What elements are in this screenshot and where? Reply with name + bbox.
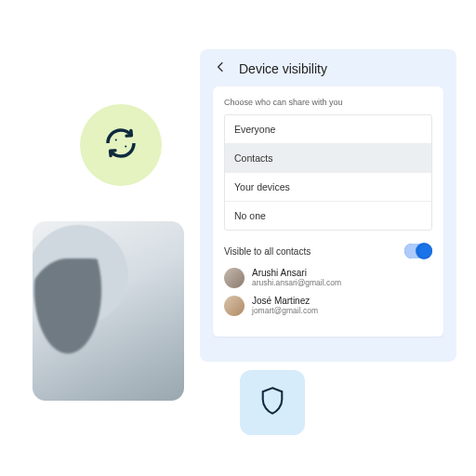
lifestyle-photo xyxy=(33,221,184,401)
visibility-card: Choose who can share with you Everyone C… xyxy=(213,86,443,337)
shield-icon xyxy=(259,386,285,419)
arrow-left-icon xyxy=(214,60,229,78)
svg-point-0 xyxy=(115,139,117,140)
swap-badge xyxy=(80,104,162,186)
visible-to-all-toggle[interactable] xyxy=(404,244,432,258)
panel-header: Device visibility xyxy=(213,60,443,77)
contact-email: arushi.ansari@gmail.com xyxy=(252,279,341,288)
page-title: Device visibility xyxy=(239,61,327,76)
option-everyone[interactable]: Everyone xyxy=(225,115,431,144)
visible-to-all-toggle-row: Visible to all contacts xyxy=(224,244,432,258)
option-contacts[interactable]: Contacts xyxy=(225,144,431,173)
visibility-options: Everyone Contacts Your devices No one xyxy=(224,114,432,231)
choose-label: Choose who can share with you xyxy=(224,98,432,107)
check-icon xyxy=(416,243,432,259)
avatar xyxy=(224,268,245,288)
shield-tile xyxy=(240,370,305,435)
device-visibility-panel: Device visibility Choose who can share w… xyxy=(200,49,456,362)
contact-row[interactable]: José Martinez jomart@gmail.com xyxy=(224,296,432,316)
option-no-one[interactable]: No one xyxy=(225,202,431,230)
contact-email: jomart@gmail.com xyxy=(252,307,318,316)
svg-point-1 xyxy=(125,145,126,147)
swap-icon xyxy=(101,124,140,166)
contact-row[interactable]: Arushi Ansari arushi.ansari@gmail.com xyxy=(224,268,432,288)
toggle-label: Visible to all contacts xyxy=(224,246,311,257)
back-button[interactable] xyxy=(213,60,230,77)
avatar xyxy=(224,296,245,316)
option-your-devices[interactable]: Your devices xyxy=(225,173,431,202)
